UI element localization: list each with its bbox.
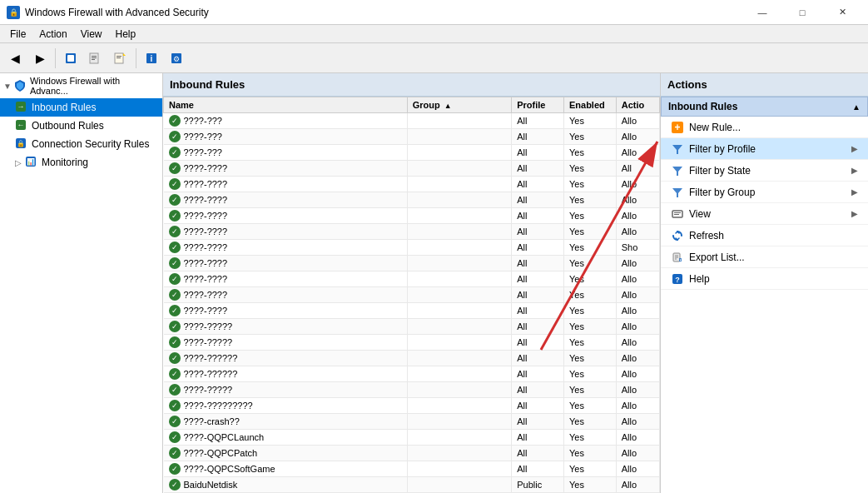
table-row[interactable]: ✓????-????AllYesAllo [164, 287, 660, 303]
cell-enabled: Yes [563, 161, 616, 177]
menu-help[interactable]: Help [109, 25, 143, 42]
action-help-label: Help [689, 273, 710, 285]
svg-text:📊: 📊 [27, 157, 35, 166]
cell-group [407, 271, 511, 287]
cell-group [407, 240, 511, 256]
table-row[interactable]: ✓????-????AllYesAllo [164, 208, 660, 224]
cell-group [407, 430, 511, 446]
action-refresh-label: Refresh [689, 230, 724, 242]
table-row[interactable]: ✓????-????AllYesAllo [164, 271, 660, 287]
maximize-button[interactable]: □ [783, 0, 821, 25]
tree-inbound[interactable]: → Inbound Rules [0, 98, 162, 117]
svg-rect-29 [674, 214, 679, 215]
table-row[interactable]: ✓????-????AllYesAllo [164, 177, 660, 192]
cell-action: Allo [616, 145, 659, 161]
cell-profile: All [512, 414, 564, 430]
table-row[interactable]: ✓????-crash??AllYesAllo [164, 414, 660, 430]
toolbar-btn-3[interactable] [109, 47, 132, 70]
cell-group [407, 461, 511, 477]
col-name[interactable]: Name [164, 97, 408, 113]
cell-profile: All [512, 256, 564, 271]
cell-name: ✓????-????? [164, 382, 408, 398]
cell-enabled: Yes [563, 335, 616, 351]
monitoring-icon: 📊 [25, 156, 38, 169]
col-enabled[interactable]: Enabled [563, 97, 616, 113]
outbound-icon: ← [15, 119, 28, 132]
table-row[interactable]: ✓????-QQPCSoftGameAllYesAllo [164, 461, 660, 477]
col-profile[interactable]: Profile [512, 97, 564, 113]
toolbar-back-btn[interactable]: ◀ [3, 47, 27, 70]
table-row[interactable]: ✓????-???AllYesAllo [164, 113, 660, 129]
cell-action: Allo [616, 477, 659, 493]
action-filter-profile[interactable]: Filter by Profile ▶ [661, 138, 868, 160]
table-row[interactable]: ✓????-??????AllYesAllo [164, 366, 660, 382]
action-view[interactable]: View ▶ [661, 203, 868, 225]
cell-action: Allo [616, 256, 659, 271]
table-row[interactable]: ✓????-???AllYesAllo [164, 129, 660, 145]
inbound-icon: → [15, 101, 28, 114]
cell-enabled: Yes [563, 414, 616, 430]
toolbar-icon-3 [114, 52, 127, 65]
cell-enabled: Yes [563, 398, 616, 414]
svg-rect-1 [67, 55, 74, 62]
menu-view[interactable]: View [74, 25, 109, 42]
table-row[interactable]: ✓BaiduNetdiskPublicYesAllo [164, 477, 660, 493]
rules-table-container[interactable]: Name Group ▲ Profile Enabled Actio ✓????… [163, 97, 660, 493]
toolbar-forward-btn[interactable]: ▶ [28, 47, 52, 70]
minimize-button[interactable]: — [743, 0, 781, 25]
cell-profile: All [512, 319, 564, 335]
action-filter-group[interactable]: Filter by Group ▶ [661, 182, 868, 203]
table-row[interactable]: ✓????-??????AllYesAllo [164, 351, 660, 366]
cell-action: Allo [616, 366, 659, 382]
tree-root[interactable]: ▼ Windows Firewall with Advanc... [0, 73, 162, 98]
cell-group [407, 351, 511, 366]
cell-profile: All [512, 161, 564, 177]
svg-rect-9 [117, 57, 121, 58]
cell-profile: All [512, 351, 564, 366]
table-row[interactable]: ✓????-????AllYesAllo [164, 224, 660, 240]
table-row[interactable]: ✓????-?????AllYesAllo [164, 382, 660, 398]
cell-action: Allo [616, 414, 659, 430]
cell-name: ✓????-?????? [164, 351, 408, 366]
action-section-inbound[interactable]: Inbound Rules ▲ [661, 97, 868, 117]
table-row[interactable]: ✓????-QQPCPatchAllYesAllo [164, 446, 660, 461]
table-row[interactable]: ✓????-????AllYesSho [164, 240, 660, 256]
action-export[interactable]: Export List... [661, 246, 868, 268]
table-row[interactable]: ✓????-????AllYesAll [164, 161, 660, 177]
col-action[interactable]: Actio [616, 97, 659, 113]
cell-profile: All [512, 240, 564, 256]
close-button[interactable]: ✕ [823, 0, 861, 25]
expand-icon: ▼ [3, 82, 12, 91]
action-new-rule-label: New Rule... [689, 122, 741, 133]
action-filter-state[interactable]: Filter by State ▶ [661, 160, 868, 182]
cell-name: ✓????-???? [164, 224, 408, 240]
table-row[interactable]: ✓????-????AllYesAllo [164, 192, 660, 208]
action-refresh[interactable]: Refresh [661, 225, 868, 246]
table-row[interactable]: ✓????-???AllYesAllo [164, 145, 660, 161]
table-row[interactable]: ✓????-????AllYesAllo [164, 303, 660, 319]
actions-title: Actions [661, 73, 868, 97]
cell-action: Allo [616, 192, 659, 208]
toolbar-btn-5[interactable]: ⚙ [165, 47, 188, 70]
cell-enabled: Yes [563, 446, 616, 461]
action-help[interactable]: ? Help [661, 268, 868, 290]
tree-outbound[interactable]: ← Outbound Rules [0, 117, 162, 135]
table-row[interactable]: ✓????-????AllYesAllo [164, 256, 660, 271]
menu-file[interactable]: File [3, 25, 32, 42]
monitoring-expand: ▷ [15, 158, 23, 167]
tree-connection[interactable]: 🔒 Connection Security Rules [0, 135, 162, 153]
action-new-rule[interactable]: + New Rule... [661, 117, 868, 138]
svg-rect-5 [92, 59, 95, 60]
toolbar-btn-2[interactable] [84, 47, 107, 70]
table-row[interactable]: ✓????-QQPCLaunchAllYesAllo [164, 430, 660, 446]
svg-text:🔒: 🔒 [17, 139, 25, 147]
toolbar-btn-1[interactable] [59, 47, 82, 70]
table-row[interactable]: ✓????-?????????AllYesAllo [164, 398, 660, 414]
col-group[interactable]: Group ▲ [407, 97, 511, 113]
menu-action[interactable]: Action [32, 25, 73, 42]
tree-monitoring[interactable]: ▷ 📊 Monitoring [0, 153, 162, 172]
table-row[interactable]: ✓????-?????AllYesAllo [164, 335, 660, 351]
cell-profile: All [512, 398, 564, 414]
table-row[interactable]: ✓????-?????AllYesAllo [164, 319, 660, 335]
toolbar-btn-4[interactable]: i [140, 47, 163, 70]
